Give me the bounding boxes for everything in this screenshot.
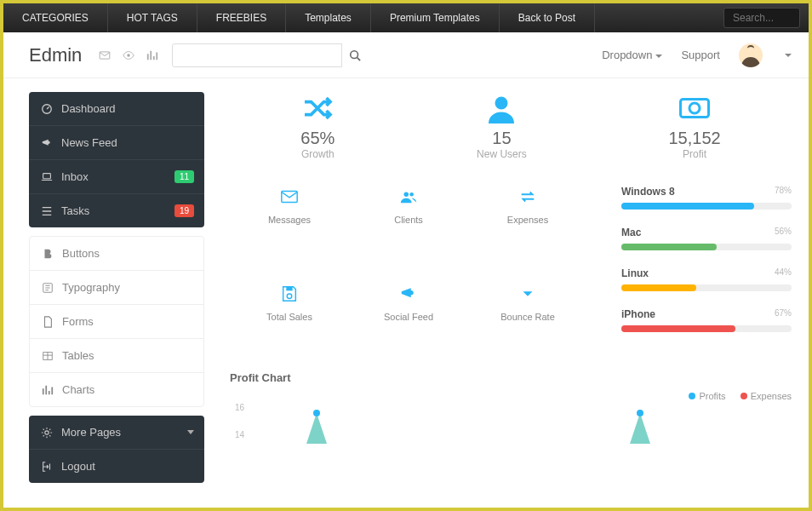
header-search-button[interactable]	[342, 43, 368, 67]
user-icon	[477, 92, 527, 123]
os-percent: 56%	[775, 227, 792, 236]
support-link[interactable]: Support	[681, 49, 720, 61]
chart-icon[interactable]	[146, 49, 158, 61]
os-name: Windows 8	[621, 186, 792, 198]
profit-chart: 16 14	[230, 401, 792, 452]
stat-growth[interactable]: 65%Growth	[300, 92, 335, 160]
sidebar-item-label: Tasks	[61, 204, 89, 217]
stat-profit[interactable]: 15,152Profit	[668, 92, 720, 160]
sidebar-item-logout[interactable]: Logout	[29, 450, 204, 483]
stat-value: 15,152	[668, 129, 720, 148]
quick-label: Expenses	[507, 215, 548, 225]
os-name: iPhone	[621, 308, 792, 320]
logout-icon	[41, 461, 53, 473]
quick-expenses[interactable]: Expenses	[468, 186, 587, 252]
caret-icon	[468, 283, 587, 303]
sidebar-item-tasks[interactable]: Tasks19	[29, 194, 204, 227]
topbar: CATEGORIES HOT TAGS FREEBIES Templates P…	[3, 3, 809, 32]
sidebar-item-buttons[interactable]: Buttons	[30, 237, 203, 271]
os-windows-8: Windows 878%	[621, 186, 792, 210]
sidebar-item-label: Forms	[62, 315, 94, 328]
legend-profits-label: Profits	[699, 391, 725, 401]
sidebar-item-label: More Pages	[61, 426, 121, 439]
quick-social-feed[interactable]: Social Feed	[349, 283, 468, 349]
stat-label: Profit	[668, 148, 720, 160]
sidebar: DashboardNews FeedInbox11Tasks19 Buttons…	[29, 92, 204, 491]
stat-new-users[interactable]: 15New Users	[477, 92, 527, 160]
os-mac: Mac56%	[621, 227, 792, 250]
quick-label: Clients	[394, 215, 423, 225]
quick-bounce-rate[interactable]: Bounce Rate	[468, 283, 587, 349]
topnav-templates[interactable]: Templates	[286, 3, 371, 32]
sidebar-item-tables[interactable]: Tables	[30, 339, 203, 373]
eye-icon[interactable]	[123, 49, 134, 61]
sidebar-item-forms[interactable]: Forms	[30, 305, 203, 339]
quick-label: Messages	[268, 215, 311, 225]
sidebar-item-charts[interactable]: Charts	[30, 373, 203, 406]
os-iphone: iPhone67%	[621, 308, 792, 332]
quick-clients[interactable]: Clients	[349, 186, 468, 252]
sidebar-item-dashboard[interactable]: Dashboard	[29, 92, 204, 126]
topnav-back[interactable]: Back to Post	[500, 3, 595, 32]
progress-bar-bg	[621, 325, 792, 332]
chevron-down-icon	[655, 55, 662, 58]
sidebar-item-label: Buttons	[62, 247, 100, 260]
chart-ylabel: 14	[235, 430, 244, 439]
bullhorn-icon	[349, 283, 468, 303]
quick-label: Social Feed	[384, 312, 433, 322]
file-icon	[42, 316, 54, 328]
envelope-icon[interactable]	[99, 49, 111, 61]
topnav-premium[interactable]: Premium Templates	[371, 3, 500, 32]
os-name: Mac	[621, 227, 792, 238]
sidebar-item-news-feed[interactable]: News Feed	[29, 126, 204, 160]
quick-label: Total Sales	[266, 312, 312, 322]
chart-legend: Profits Expenses	[230, 391, 792, 401]
sidebar-item-more-pages[interactable]: More Pages	[29, 416, 204, 450]
laptop-icon	[41, 171, 53, 183]
quick-messages[interactable]: Messages	[230, 186, 349, 252]
avatar-dropdown-icon[interactable]	[785, 54, 792, 57]
topnav-hot-tags[interactable]: HOT TAGS	[108, 3, 197, 32]
topnav-categories[interactable]: CATEGORIES	[3, 3, 108, 32]
people-icon	[349, 186, 468, 206]
table-icon	[42, 350, 54, 362]
sidebar-item-inbox[interactable]: Inbox11	[29, 160, 204, 194]
progress-bar-bg	[621, 244, 792, 250]
os-percent: 44%	[775, 267, 792, 277]
progress-bar-fill	[621, 244, 717, 250]
bold-icon	[42, 248, 54, 260]
chevron-down-icon	[187, 430, 194, 434]
dropdown-menu[interactable]: Dropdown	[602, 49, 662, 61]
legend-expenses-dot	[741, 393, 747, 399]
chart-icon	[42, 384, 54, 396]
progress-bar-fill	[621, 325, 735, 332]
header-search-input[interactable]	[172, 43, 342, 67]
brand: Edmin	[29, 44, 82, 66]
chart-title: Profit Chart	[230, 371, 792, 384]
sidebar-item-label: Dashboard	[61, 102, 116, 115]
stat-label: New Users	[477, 148, 527, 160]
quick-label: Bounce Rate	[500, 312, 555, 322]
list-icon	[41, 205, 53, 217]
badge: 19	[174, 204, 194, 217]
sidebar-item-typography[interactable]: Typography	[30, 271, 203, 305]
os-name: Linux	[621, 267, 792, 279]
topbar-search-input[interactable]	[723, 8, 800, 28]
avatar[interactable]	[739, 43, 763, 67]
main-content: 65%Growth15New Users15,152Profit Message…	[230, 92, 792, 491]
sidebar-item-label: Tables	[62, 349, 94, 362]
sidebar-item-label: Inbox	[61, 170, 89, 183]
quick-total-sales[interactable]: Total Sales	[230, 283, 349, 349]
shuffle-icon	[300, 92, 335, 123]
topnav-freebies[interactable]: FREEBIES	[197, 3, 286, 32]
legend-expenses-label: Expenses	[751, 391, 792, 401]
save-icon	[230, 283, 349, 303]
os-linux: Linux44%	[621, 267, 792, 291]
os-percent: 67%	[775, 308, 792, 318]
font-icon	[42, 282, 54, 294]
header: Edmin Dropdown Support	[3, 32, 809, 78]
chart-ylabel: 16	[235, 403, 244, 412]
sidebar-item-label: Charts	[62, 383, 94, 396]
envelope-icon	[230, 186, 349, 206]
dashboard-icon	[41, 103, 53, 115]
